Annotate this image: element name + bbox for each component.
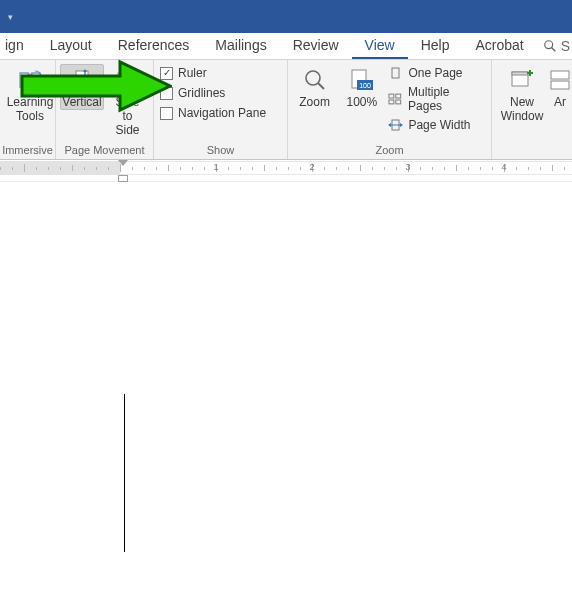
checkbox-icon — [160, 107, 173, 120]
group-window: New Window Ar — [492, 60, 572, 159]
ribbon: Learning Tools Immersive Vertical — [0, 60, 572, 160]
svg-rect-17 — [389, 100, 394, 104]
vertical-button[interactable]: Vertical — [60, 64, 104, 110]
side-to-side-label: Side to Side — [109, 95, 146, 137]
title-bar: ▾ — [0, 0, 572, 33]
svg-text:100: 100 — [359, 82, 371, 89]
zoom-button[interactable]: Zoom — [294, 64, 335, 110]
document-area[interactable] — [0, 182, 572, 595]
new-window-label: New Window — [501, 95, 544, 123]
svg-line-1 — [551, 48, 555, 52]
svg-point-9 — [306, 71, 320, 85]
group-page-movement: Vertical Side to Side Page Movement — [56, 60, 154, 159]
zoom-icon — [303, 68, 327, 92]
svg-marker-8 — [137, 69, 140, 73]
page-width-label: Page Width — [408, 118, 470, 132]
search-icon — [543, 39, 557, 53]
tell-me-search[interactable]: S — [537, 33, 572, 59]
zoom-label: Zoom — [299, 95, 330, 109]
group-caption-zoom: Zoom — [288, 142, 491, 159]
checkbox-icon: ✓ — [160, 67, 173, 80]
ruler-ticks: 1234 — [0, 161, 572, 175]
one-page-label: One Page — [408, 66, 462, 80]
ruler-checkbox[interactable]: ✓ Ruler — [160, 66, 266, 80]
vertical-icon — [71, 69, 93, 91]
learning-tools-button[interactable]: Learning Tools — [6, 64, 54, 124]
svg-rect-28 — [551, 81, 569, 89]
tab-references[interactable]: References — [105, 33, 203, 59]
one-page-icon — [388, 67, 403, 79]
svg-rect-14 — [392, 68, 399, 78]
hundred-icon: 100 — [349, 68, 375, 92]
svg-rect-15 — [389, 94, 394, 98]
left-indent-marker[interactable] — [118, 175, 128, 182]
checkbox-icon — [160, 87, 173, 100]
svg-rect-16 — [396, 94, 401, 98]
group-caption-window — [492, 142, 572, 159]
learning-tools-label: Learning Tools — [7, 95, 54, 123]
group-caption-immersive: Immersive — [0, 142, 55, 159]
learning-tools-icon — [17, 69, 43, 91]
new-window-icon — [509, 69, 535, 91]
gridlines-label: Gridlines — [178, 86, 225, 100]
svg-rect-2 — [76, 71, 88, 89]
svg-rect-18 — [396, 100, 401, 104]
arrange-label: Ar — [554, 95, 566, 109]
first-line-indent-marker[interactable] — [118, 160, 128, 166]
svg-point-0 — [544, 41, 552, 49]
side-to-side-icon — [116, 69, 140, 91]
svg-rect-24 — [512, 72, 528, 75]
group-caption-show: Show — [154, 142, 287, 159]
tab-review[interactable]: Review — [280, 33, 352, 59]
svg-line-10 — [318, 83, 324, 89]
page-width-button[interactable]: Page Width — [388, 118, 485, 132]
hundred-label: 100% — [346, 95, 377, 109]
gridlines-checkbox[interactable]: Gridlines — [160, 86, 266, 100]
tab-layout[interactable]: Layout — [37, 33, 105, 59]
group-caption-pagemovement: Page Movement — [56, 142, 153, 159]
tab-mailings[interactable]: Mailings — [202, 33, 279, 59]
tab-view[interactable]: View — [352, 33, 408, 59]
arrange-all-button[interactable]: Ar — [548, 64, 572, 110]
text-cursor — [124, 394, 125, 552]
arrange-icon — [549, 69, 571, 91]
svg-marker-22 — [400, 123, 403, 127]
side-to-side-button[interactable]: Side to Side — [106, 64, 149, 138]
group-zoom: Zoom 100 100% One Page — [288, 60, 492, 159]
navigation-pane-checkbox[interactable]: Navigation Pane — [160, 106, 266, 120]
svg-rect-5 — [118, 73, 127, 87]
vertical-label: Vertical — [62, 95, 101, 109]
search-stub: S — [561, 38, 570, 54]
qat-customize-dropdown[interactable]: ▾ — [2, 10, 18, 24]
horizontal-ruler[interactable]: 1234 — [0, 160, 572, 182]
ruler-label: Ruler — [178, 66, 207, 80]
tab-acrobat[interactable]: Acrobat — [462, 33, 536, 59]
tab-design[interactable]: ign — [0, 33, 37, 59]
page-width-icon — [388, 119, 403, 131]
multiple-pages-icon — [388, 93, 403, 105]
group-immersive: Learning Tools Immersive — [0, 60, 56, 159]
ribbon-tabs: ign Layout References Mailings Review Vi… — [0, 33, 572, 60]
navigation-pane-label: Navigation Pane — [178, 106, 266, 120]
one-page-button[interactable]: One Page — [388, 66, 485, 80]
new-window-button[interactable]: New Window — [498, 64, 546, 124]
multiple-pages-button[interactable]: Multiple Pages — [388, 85, 485, 113]
hundred-percent-button[interactable]: 100 100% — [341, 64, 382, 110]
group-show: ✓ Ruler Gridlines Navigation Pane Show — [154, 60, 288, 159]
svg-rect-6 — [129, 73, 138, 87]
multiple-pages-label: Multiple Pages — [408, 85, 485, 113]
svg-marker-21 — [388, 123, 391, 127]
svg-rect-27 — [551, 71, 569, 79]
tab-help[interactable]: Help — [408, 33, 463, 59]
